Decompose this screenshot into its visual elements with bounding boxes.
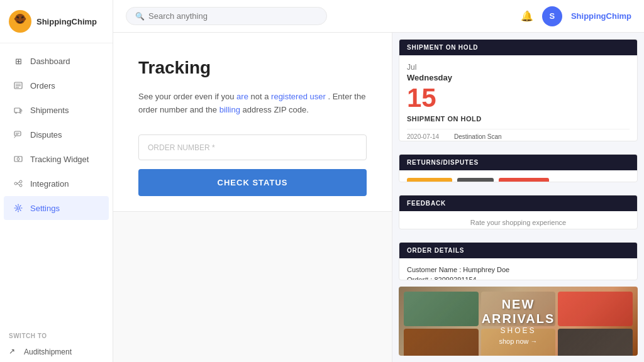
svg-point-5 [22,18,26,20]
tracking-hero: Tracking See your order even if you are … [113,33,392,211]
header-right: 🔔 S ShippingChimp [521,6,631,26]
order-details-card: ORDER DETAILS Customer Name : Humphrey D… [399,242,638,280]
settings-icon [13,202,24,214]
order-number-row: Order# : 82099291154 [407,276,630,280]
sidebar-item-orders[interactable]: Orders [4,74,109,97]
event-desc-1: Destination Scan Lachine QCCA [454,133,502,141]
sidebar-item-label: Tracking Widget [30,155,89,164]
returns-card-body: ↩ Return ◈ Lost ⚠ Damage [399,170,637,183]
bottom-panel [113,211,392,362]
sidebar-item-settings[interactable]: Settings [4,196,109,220]
returns-disputes-card: RETURNS/DISPUTES ↩ Return ◈ Lost ⚠ Damag… [399,154,638,183]
tracking-widget-icon [13,153,24,165]
registered-user-link[interactable]: registered user [271,92,326,101]
return-button[interactable]: ↩ Return [407,178,452,183]
svg-point-21 [19,180,22,183]
right-panel: SHIPMENT ON HOLD Jul Wednesday 15 SHIPME… [392,33,644,362]
orders-icon [13,80,24,91]
order-details-card-header: ORDER DETAILS [399,243,637,258]
switch-auditshipment[interactable]: ↗ Auditshipment [0,342,113,362]
banner-new-text: NEW [482,297,555,312]
content-area: Tracking See your order even if you are … [113,33,644,362]
switch-to-label: SWITCH TO [0,325,113,342]
on-hold-label: SHIPMENT ON HOLD [407,115,630,123]
sidebar-item-label: Settings [30,204,60,213]
banner-arrivals-text: ARRIVALS [482,312,555,326]
svg-rect-10 [14,108,20,112]
logo: ShippingChimp [0,0,113,43]
sidebar-item-label: Integration [30,179,69,189]
tracking-description: See your order even if you are not a reg… [138,90,367,117]
sidebar-item-shipments[interactable]: Shipments [4,98,109,122]
damage-button[interactable]: ⚠ Damage [499,178,549,183]
svg-point-25 [17,207,19,209]
banner-shop-now-button[interactable]: shop now → [482,337,555,345]
tracking-title: Tracking [138,58,367,78]
tracking-event-1: 2020-07-14 08:33:03 Destination Scan Lac… [407,129,630,141]
are-link[interactable]: are [236,92,248,101]
order-number-input[interactable] [138,134,367,160]
svg-point-4 [14,18,18,20]
lost-button[interactable]: ◈ Lost [457,178,494,183]
shipment-card-header: SHIPMENT ON HOLD [399,40,637,55]
check-status-button[interactable]: CHECK STATUS [138,169,367,196]
sidebar-item-integration[interactable]: Integration [4,172,109,195]
switch-to-section: SWITCH TO ↗ Auditshipment [0,325,113,362]
header: 🔍 🔔 S ShippingChimp [113,0,644,33]
left-panel: Tracking See your order even if you are … [113,33,392,362]
sidebar-item-tracking-widget[interactable]: Tracking Widget [4,147,109,171]
new-arrivals-banner: NEW ARRIVALS SHOES shop now → [399,287,638,356]
banner-shoes-label: SHOES [482,326,555,335]
main-wrapper: 🔍 🔔 S ShippingChimp Tracking See your or… [113,0,644,362]
svg-point-17 [17,158,19,160]
svg-point-12 [20,112,21,114]
feedback-card-body: Rate your shopping experience ☆ ☆ ☆ ☆ ☆ [399,211,637,229]
sidebar-item-label: Shipments [30,106,69,115]
user-avatar-button[interactable]: S [542,6,562,26]
sidebar-item-dashboard[interactable]: ⊞ Dashboard [4,49,109,73]
notification-bell-button[interactable]: 🔔 [521,10,533,22]
returns-card-header: RETURNS/DISPUTES [399,155,637,170]
feedback-card-header: FEEDBACK [399,195,637,211]
disputes-icon [13,129,24,140]
sidebar-item-label: Orders [30,81,55,90]
event-date-1: 2020-07-14 08:33:03 [407,133,448,141]
brand-name: ShippingChimp [36,17,97,26]
integration-icon [13,178,24,189]
sidebar: ShippingChimp ⊞ Dashboard Orders Shipmen… [0,0,113,362]
shipment-on-hold-card: SHIPMENT ON HOLD Jul Wednesday 15 SHIPME… [399,39,638,141]
feedback-text: Rate your shopping experience [407,219,630,226]
sidebar-item-label: Dashboard [30,57,70,66]
banner-text: NEW ARRIVALS SHOES shop now → [482,297,555,345]
search-bar[interactable]: 🔍 [126,7,327,25]
switch-item-label: Auditshipment [24,348,72,356]
svg-point-20 [14,182,17,185]
sidebar-item-disputes[interactable]: Disputes [4,123,109,146]
search-input[interactable] [148,11,318,21]
billing-link[interactable]: billing [219,105,240,114]
order-details-card-body: Customer Name : Humphrey Doe Order# : 82… [399,258,637,280]
brand-dropdown-button[interactable]: ShippingChimp [571,11,631,21]
feedback-card: FEEDBACK Rate your shopping experience ☆… [399,195,638,229]
customer-name-row: Customer Name : Humphrey Doe [407,266,630,273]
shipments-icon [13,104,24,116]
shipment-date-number: 15 [407,85,630,111]
shipment-month: Jul [407,63,630,72]
external-link-icon: ↗ [9,347,19,357]
logo-icon [9,10,31,33]
svg-line-24 [17,184,19,185]
sidebar-item-label: Disputes [30,130,62,140]
sidebar-nav: ⊞ Dashboard Orders Shipments Disputes [0,43,113,325]
shipment-card-body: Jul Wednesday 15 SHIPMENT ON HOLD 2020-0… [399,55,637,141]
svg-point-22 [19,184,22,187]
shipment-day: Wednesday [407,73,630,82]
search-icon: 🔍 [135,12,145,21]
dashboard-icon: ⊞ [13,55,24,67]
svg-line-23 [17,182,19,184]
